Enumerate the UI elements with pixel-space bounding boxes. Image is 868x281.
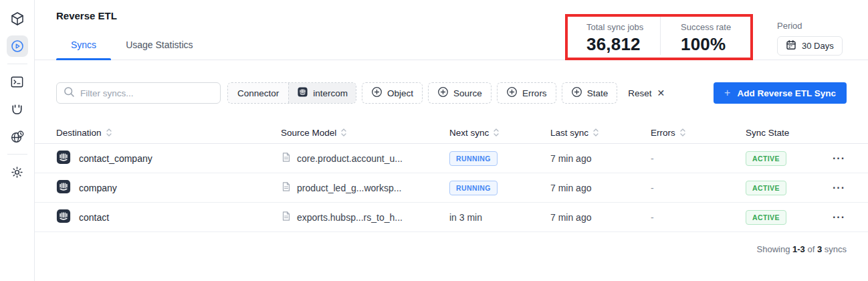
search-input[interactable] — [80, 88, 213, 98]
add-reverse-etl-sync-button[interactable]: + Add Reverse ETL Sync — [714, 82, 847, 104]
last-sync-cell: 7 min ago — [550, 183, 651, 193]
sidebar-item-activity[interactable] — [7, 126, 28, 147]
source-model-name: product_led_g...worksp... — [297, 183, 401, 193]
filter-button-label: Object — [387, 88, 413, 98]
period-value: 30 Days — [802, 41, 834, 51]
period-control: Period 30 Days — [777, 21, 843, 56]
footer-text: Showing — [757, 244, 790, 254]
filter-button-label: Source — [453, 88, 482, 98]
reset-label: Reset — [628, 88, 651, 98]
column-header-label: Destination — [56, 128, 102, 138]
add-button-label: Add Reverse ETL Sync — [737, 88, 836, 98]
period-select-button[interactable]: 30 Days — [777, 36, 843, 56]
page-title: Reverse ETL — [56, 10, 117, 21]
column-header-label: Last sync — [550, 128, 588, 138]
tab-syncs[interactable]: Syncs — [56, 39, 111, 60]
table-body: contact_company core.product.account_u..… — [35, 144, 868, 232]
sidebar-item-settings[interactable] — [7, 161, 28, 183]
destination-name: company — [79, 183, 117, 193]
filter-button-label: State — [587, 88, 609, 98]
source-model-cell: product_led_g...worksp... — [281, 181, 449, 194]
footer-text: of — [807, 244, 815, 254]
stat-label: Total sync jobs — [586, 22, 660, 32]
column-header[interactable]: Sync State — [746, 128, 827, 138]
sort-icon[interactable] — [593, 128, 599, 137]
intercom-logo-icon — [297, 86, 308, 100]
table-header-row: Destination Source Model Next sync Last … — [35, 122, 868, 144]
status-badge-running: RUNNING — [449, 181, 498, 195]
stat-label: Success rate — [681, 22, 750, 32]
filter-bar: Connector intercom Object Source Errors … — [56, 82, 847, 104]
sidebar-item-transformations[interactable] — [7, 71, 28, 92]
column-header-label: Next sync — [449, 128, 489, 138]
globe-clock-icon — [9, 129, 25, 145]
connector-filter-label: Connector — [228, 83, 288, 103]
column-header[interactable]: Last sync — [550, 128, 651, 138]
terminal-icon — [9, 74, 25, 90]
sort-icon[interactable] — [494, 128, 499, 137]
destination-cell: contact — [56, 209, 281, 225]
add-filter-object-button[interactable]: Object — [362, 82, 423, 104]
plus-circle-icon — [506, 86, 518, 100]
column-header-label: Source Model — [281, 128, 336, 138]
table-row[interactable]: company product_led_g...worksp... RUNNIN… — [35, 173, 868, 203]
stat-cell: Success rate 100% — [660, 17, 750, 55]
errors-cell: - — [651, 212, 746, 223]
footer-total: 3 — [817, 244, 822, 254]
status-badge-running: RUNNING — [449, 151, 498, 166]
destination-cell: contact_company — [56, 150, 281, 167]
period-label: Period — [777, 21, 843, 31]
sync-state-cell: ACTIVE — [746, 151, 827, 166]
column-header[interactable]: Errors — [651, 128, 746, 138]
calendar-icon — [786, 39, 796, 52]
next-sync-text: in 3 min — [449, 212, 482, 223]
next-sync-cell: in 3 min — [449, 211, 550, 223]
add-filter-source-button[interactable]: Source — [428, 82, 492, 104]
connector-filter[interactable]: Connector intercom — [227, 82, 356, 104]
column-header-label: Errors — [651, 128, 675, 138]
stat-value: 36,812 — [586, 34, 660, 55]
footer-text: syncs — [825, 244, 847, 254]
intercom-logo-icon — [56, 150, 71, 167]
column-header[interactable]: Source Model — [281, 128, 449, 138]
status-badge-active: ACTIVE — [746, 151, 786, 166]
sidebar-item-connections[interactable] — [7, 8, 28, 29]
plus-circle-icon — [371, 86, 383, 100]
file-icon — [281, 181, 292, 194]
table-row[interactable]: contact_company core.product.account_u..… — [35, 144, 868, 173]
source-model-cell: exports.hubsp...rs_to_h... — [281, 211, 449, 223]
sort-icon[interactable] — [680, 128, 685, 137]
tab-bar: SyncsUsage Statistics — [56, 39, 208, 60]
status-badge-active: ACTIVE — [746, 210, 786, 225]
add-filter-errors-button[interactable]: Errors — [497, 82, 556, 104]
gear-icon — [9, 165, 25, 180]
column-header[interactable]: Next sync — [449, 128, 550, 138]
sync-state-cell: ACTIVE — [746, 210, 827, 225]
row-menu-button[interactable]: ··· — [831, 182, 847, 194]
main-area: Reverse ETL SyncsUsage Statistics Total … — [35, 0, 868, 281]
intercom-logo-icon — [56, 179, 71, 196]
column-header[interactable]: Destination — [56, 128, 281, 138]
stats-panel: Total sync jobs 36,812 Success rate 100% — [568, 17, 750, 55]
connector-value-text: intercom — [313, 88, 348, 98]
sync-state-cell: ACTIVE — [746, 181, 827, 195]
table-row[interactable]: contact exports.hubsp...rs_to_h... in 3 … — [35, 203, 868, 232]
sort-icon[interactable] — [106, 128, 112, 137]
sidebar-item-profiles[interactable] — [7, 98, 28, 120]
plus-icon: + — [724, 87, 730, 99]
errors-cell: - — [651, 183, 746, 193]
stat-value: 100% — [681, 34, 750, 55]
reset-filters-button[interactable]: Reset ✕ — [628, 88, 665, 98]
add-filter-state-button[interactable]: State — [562, 82, 618, 104]
tab-usage-statistics[interactable]: Usage Statistics — [111, 39, 207, 60]
status-badge-active: ACTIVE — [746, 181, 786, 195]
next-sync-cell: RUNNING — [449, 151, 550, 166]
page-header: Reverse ETL SyncsUsage Statistics Total … — [35, 0, 868, 60]
footer-range: 1-3 — [792, 244, 805, 254]
file-icon — [281, 152, 292, 165]
row-menu-button[interactable]: ··· — [831, 153, 847, 165]
sidebar-item-reverse-etl[interactable] — [7, 35, 28, 57]
sort-icon[interactable] — [341, 128, 346, 137]
search-icon — [64, 86, 75, 100]
row-menu-button[interactable]: ··· — [831, 211, 847, 223]
